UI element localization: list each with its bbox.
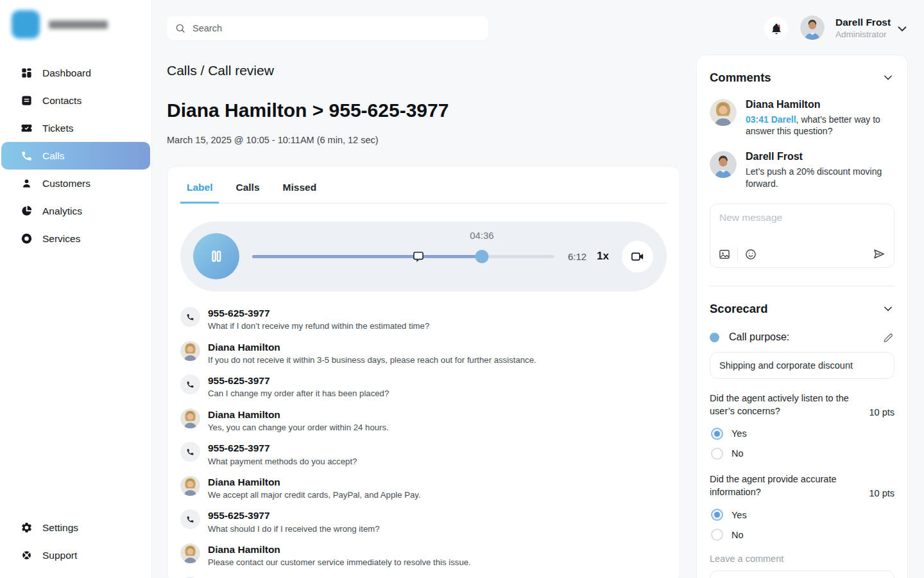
sidebar-item[interactable]: Settings (1, 514, 150, 541)
bell-icon (770, 22, 783, 35)
option-row: Yes (711, 428, 894, 440)
comment-marker[interactable] (412, 250, 425, 263)
sidebar-item[interactable]: Customers (1, 170, 150, 197)
phone-icon (180, 307, 200, 327)
new-message-box[interactable]: New message (710, 204, 894, 268)
support-icon (21, 549, 33, 561)
sidebar-item[interactable]: Dashboard (1, 59, 150, 87)
transcript-row: Diana Hamilton If you do not receive it … (180, 341, 667, 366)
player-progress-fill (252, 255, 482, 258)
sidebar-item[interactable]: Calls (1, 142, 150, 170)
comment-text: 03:41 Darell, what’s better way to answe… (746, 114, 886, 137)
transcript-text: What payment methods do you accept? (208, 456, 357, 467)
divider (710, 286, 894, 286)
sidebar-item[interactable]: Contacts (1, 87, 150, 114)
comments-list: Diana Hamilton 03:41 Darell, what’s bett… (710, 99, 894, 189)
call-purpose-label: Call purpose: (729, 331, 873, 343)
tab[interactable]: Missed (277, 177, 323, 204)
progress-track[interactable]: 04:36 (252, 222, 554, 292)
attach-image-button[interactable] (718, 248, 731, 261)
tab[interactable]: Label (180, 177, 219, 204)
comment: Darell Frost Let’s push a 20% discount m… (710, 151, 894, 189)
option-label: Yes (732, 428, 747, 439)
radio-option-no[interactable] (711, 448, 723, 460)
calls-icon (21, 150, 33, 162)
comment: Diana Hamilton 03:41 Darell, what’s bett… (710, 99, 894, 137)
option-row: No (711, 529, 894, 541)
sidebar-item[interactable]: Support (1, 541, 150, 569)
call-purpose-dot (710, 333, 719, 342)
sidebar-nav: Dashboard Contacts Tickets Calls Custome… (0, 59, 151, 252)
sidebar-item-label: Tickets (42, 123, 74, 134)
sidebar-item-label: Calls (42, 150, 64, 162)
notifications-button[interactable] (764, 17, 788, 40)
transcript-row: Diana Hamilton Yes, you can change your … (180, 408, 667, 434)
sidebar-item[interactable]: Tickets (1, 114, 150, 142)
leave-comment-label: Leave a comment (710, 554, 894, 564)
app-logo (12, 10, 140, 39)
search-input[interactable] (193, 23, 481, 33)
comments-header: Comments (710, 71, 894, 85)
emoji-button[interactable] (744, 248, 757, 261)
transcript-text: Can I change my order after it has been … (208, 388, 389, 399)
comments-collapse-chevron-down-icon[interactable] (882, 71, 894, 84)
pause-button[interactable] (193, 233, 239, 279)
search-bar[interactable] (167, 16, 488, 40)
breadcrumb: Calls / Call review (167, 63, 274, 78)
sidebar-item-label: Contacts (42, 95, 81, 107)
option-row: Yes (711, 509, 894, 521)
logo-mark (12, 10, 40, 39)
player-total-time: 6:12 (568, 251, 586, 262)
tab[interactable]: Calls (229, 177, 266, 204)
scorecard-collapse-chevron-down-icon[interactable] (882, 302, 894, 315)
radio-option-yes[interactable] (711, 509, 723, 521)
transcript-row: 955-625-3977 What payment methods do you… (180, 442, 667, 467)
diana-avatar (180, 476, 200, 496)
comment-mention[interactable]: 03:41 Darell (746, 114, 796, 125)
sidebar-footer-nav: Settings Support (1, 514, 150, 569)
player-thumb[interactable] (475, 250, 488, 263)
sidebar-item[interactable]: Services (1, 225, 150, 252)
video-button[interactable] (622, 241, 653, 272)
transcript-row: Diana Hamilton Please contact our custom… (180, 543, 667, 568)
services-icon (21, 232, 33, 245)
transcript-row: 955-625-3977 Can I change my order after… (180, 374, 667, 399)
call-datetime: March 15, 2025 @ 10:05 - 10:11AM (6 min,… (167, 135, 379, 145)
new-message-placeholder: New message (719, 212, 782, 223)
radio-option-yes[interactable] (711, 428, 723, 440)
phone-icon (180, 509, 200, 529)
sidebar-item-label: Customers (42, 178, 90, 189)
question-text: Did the agent actively listen to the use… (710, 392, 850, 418)
sidebar-item-label: Services (42, 233, 80, 245)
transcript-speaker: Diana Hamilton (208, 341, 536, 353)
comments-title: Comments (710, 71, 771, 85)
sidebar-item[interactable]: Analytics (1, 197, 150, 225)
comment-text: Let’s push a 20% discount moving forward… (746, 166, 886, 189)
playback-speed-button[interactable]: 1x (597, 250, 609, 263)
comment-author: Darell Frost (746, 151, 886, 162)
radio-option-no[interactable] (711, 529, 723, 541)
transcript-speaker: 955-625-3977 (208, 307, 429, 319)
pause-icon (206, 246, 227, 267)
scorecard-question: Did the agent provide accurate informati… (710, 473, 894, 541)
page-title: Diana Hamilton > 955-625-3977 (167, 100, 449, 121)
user-menu-chevron-down-icon[interactable] (895, 22, 909, 36)
call-purpose-input[interactable] (710, 352, 894, 379)
tickets-icon (21, 122, 33, 134)
leave-comment-textarea[interactable] (710, 570, 894, 578)
user-meta: Darell Frost Administrator (835, 17, 891, 39)
phone-icon (180, 442, 200, 462)
tabs: Label Calls Missed (180, 177, 667, 204)
call-review-card: Label Calls Missed 04:36 6:12 1x (167, 166, 680, 578)
darell-avatar (710, 151, 737, 178)
question-points: 10 pts (869, 407, 895, 418)
edit-pencil-icon[interactable] (882, 331, 894, 344)
comment-author: Diana Hamilton (746, 99, 886, 110)
send-message-button[interactable] (872, 247, 886, 261)
player-current-time: 04:36 (470, 230, 494, 241)
transcript-speaker: Diana Hamilton (208, 476, 421, 488)
transcript-speaker: Diana Hamilton (208, 408, 389, 421)
divider (737, 248, 738, 261)
option-label: No (732, 448, 744, 459)
user-avatar[interactable] (800, 15, 825, 40)
